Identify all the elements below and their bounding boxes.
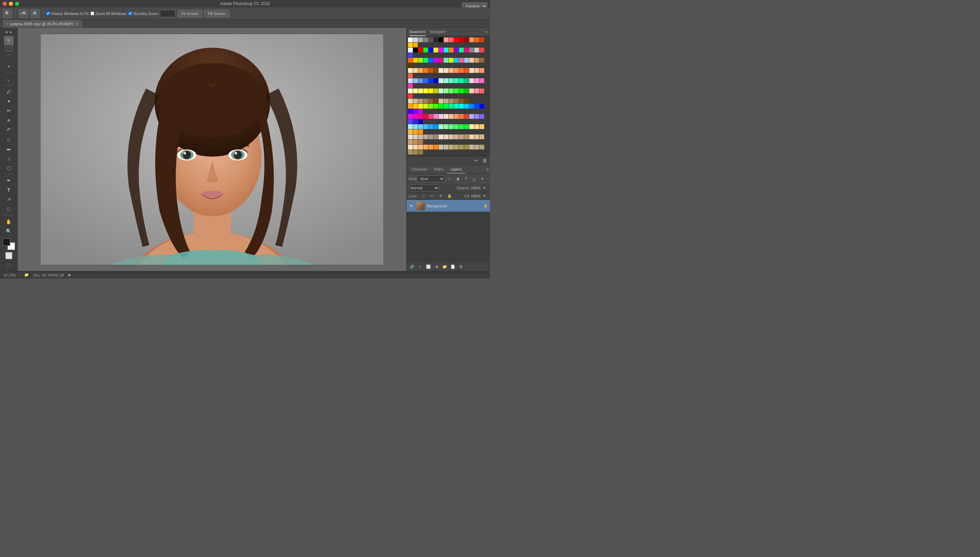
marquee-tool[interactable]: ⬚: [5, 46, 13, 52]
swatch-cell[interactable]: [413, 145, 418, 150]
swatch-cell[interactable]: [423, 48, 428, 52]
swatch-cell[interactable]: [464, 58, 469, 63]
swatch-cell[interactable]: [479, 135, 484, 139]
swatch-cell[interactable]: [439, 124, 443, 129]
swatch-cell[interactable]: [459, 88, 464, 93]
swatch-cell[interactable]: [459, 135, 464, 139]
toolbox-collapse-left[interactable]: ◀: [5, 29, 8, 35]
tab-close-x[interactable]: ×: [6, 22, 8, 26]
swatch-cell[interactable]: [464, 114, 469, 119]
swatch-cell[interactable]: [418, 114, 423, 119]
gradient-tool[interactable]: ▬: [4, 144, 14, 153]
swatch-cell[interactable]: [433, 58, 438, 63]
swatch-cell[interactable]: [444, 88, 448, 93]
swatch-cell[interactable]: [439, 37, 443, 42]
fit-screen-button[interactable]: Fit Screen: [178, 10, 202, 17]
swatch-cell[interactable]: [474, 68, 479, 73]
swatch-cell[interactable]: [449, 135, 454, 139]
swatch-cell[interactable]: [408, 48, 413, 52]
swatch-cell[interactable]: [474, 104, 479, 109]
swatch-cell[interactable]: [433, 68, 438, 73]
swatch-cell[interactable]: [418, 140, 423, 144]
fill-screen-button[interactable]: Fill Screen: [204, 10, 229, 17]
swatch-cell[interactable]: [449, 68, 454, 73]
swatch-cell[interactable]: [423, 104, 428, 109]
swatch-cell[interactable]: [444, 145, 448, 150]
screen-mode-btn[interactable]: ⬛: [4, 261, 14, 270]
swatch-cell[interactable]: [428, 58, 433, 63]
swatch-cell[interactable]: [444, 68, 448, 73]
swatch-cell[interactable]: [469, 145, 474, 150]
tab-close-btn[interactable]: ✕: [76, 22, 78, 26]
swatch-cell[interactable]: [439, 68, 443, 73]
swatch-cell[interactable]: [423, 99, 428, 104]
brush-tool[interactable]: ✏: [4, 106, 14, 115]
maximize-button[interactable]: [15, 2, 19, 6]
fill-stepper[interactable]: ▾: [481, 193, 488, 200]
lock-pixels-icon[interactable]: □: [420, 193, 427, 200]
healing-tool[interactable]: ✚: [4, 97, 14, 106]
swatch-cell[interactable]: [454, 114, 459, 119]
swatch-cell[interactable]: [464, 145, 469, 150]
swatch-cell[interactable]: [454, 104, 459, 109]
swatch-cell[interactable]: [413, 42, 418, 47]
swatch-cell[interactable]: [413, 99, 418, 104]
swatch-cell[interactable]: [444, 114, 448, 119]
shape-tool[interactable]: □: [4, 205, 14, 213]
zoom-input[interactable]: 100%: [160, 10, 175, 17]
swatch-cell[interactable]: [408, 78, 413, 83]
swatch-cell[interactable]: [459, 58, 464, 63]
swatch-cell[interactable]: [469, 135, 474, 139]
swatch-cell[interactable]: [469, 37, 474, 42]
swatch-cell[interactable]: [408, 135, 413, 139]
swatch-cell[interactable]: [439, 78, 443, 83]
add-style-btn[interactable]: ƒ: [417, 263, 423, 270]
swatch-cell[interactable]: [479, 58, 484, 63]
swatch-cell[interactable]: [454, 99, 459, 104]
swatch-cell[interactable]: [474, 135, 479, 139]
swatch-cell[interactable]: [428, 135, 433, 139]
swatch-cell[interactable]: [479, 37, 484, 42]
swatch-cell[interactable]: [444, 48, 448, 52]
swatch-cell[interactable]: [464, 68, 469, 73]
swatch-cell[interactable]: [423, 124, 428, 129]
document-tab[interactable]: × justyna-1838 copy @ 33.3% (RGB/8*) ✕: [3, 20, 82, 28]
swatch-cell[interactable]: [479, 104, 484, 109]
swatch-cell[interactable]: [469, 114, 474, 119]
swatch-cell[interactable]: [459, 124, 464, 129]
swatch-cell[interactable]: [464, 37, 469, 42]
swatch-cell[interactable]: [449, 48, 454, 52]
navigator-tab[interactable]: Navigator: [430, 28, 446, 36]
swatch-cell[interactable]: [454, 124, 459, 129]
filter-pixel-icon[interactable]: □: [446, 175, 453, 182]
delete-layer-btn[interactable]: 🗑: [458, 263, 464, 270]
swatch-cell[interactable]: [423, 145, 428, 150]
swatch-cell[interactable]: [433, 37, 438, 42]
swatch-cell[interactable]: [418, 119, 423, 124]
swatch-cell[interactable]: [408, 58, 413, 63]
swatch-cell[interactable]: [433, 135, 438, 139]
swatch-cell[interactable]: [474, 124, 479, 129]
swatch-cell[interactable]: [408, 94, 413, 98]
swatch-cell[interactable]: [454, 88, 459, 93]
opacity-stepper[interactable]: ▾: [481, 184, 488, 191]
swatch-cell[interactable]: [459, 78, 464, 83]
swatch-cell[interactable]: [423, 114, 428, 119]
new-fill-btn[interactable]: ◑: [433, 263, 440, 270]
filter-adj-icon[interactable]: ◑: [454, 175, 461, 182]
swatch-cell[interactable]: [474, 114, 479, 119]
clone-tool[interactable]: ⊕: [4, 116, 14, 125]
swatch-cell[interactable]: [479, 78, 484, 83]
lock-move-icon[interactable]: ✛: [437, 193, 444, 200]
new-layer-btn[interactable]: 📄: [449, 263, 456, 270]
swatch-cell[interactable]: [413, 129, 418, 134]
swatch-cell[interactable]: [439, 88, 443, 93]
pen-tool[interactable]: ✒: [4, 176, 14, 185]
swatch-cell[interactable]: [408, 104, 413, 109]
swatch-cell[interactable]: [413, 109, 418, 114]
swatch-cell[interactable]: [439, 104, 443, 109]
new-group-btn[interactable]: 📁: [441, 263, 448, 270]
layers-delete-icon[interactable]: 🗑: [481, 157, 488, 164]
swatch-cell[interactable]: [423, 135, 428, 139]
move-tool[interactable]: ↖: [4, 36, 14, 45]
